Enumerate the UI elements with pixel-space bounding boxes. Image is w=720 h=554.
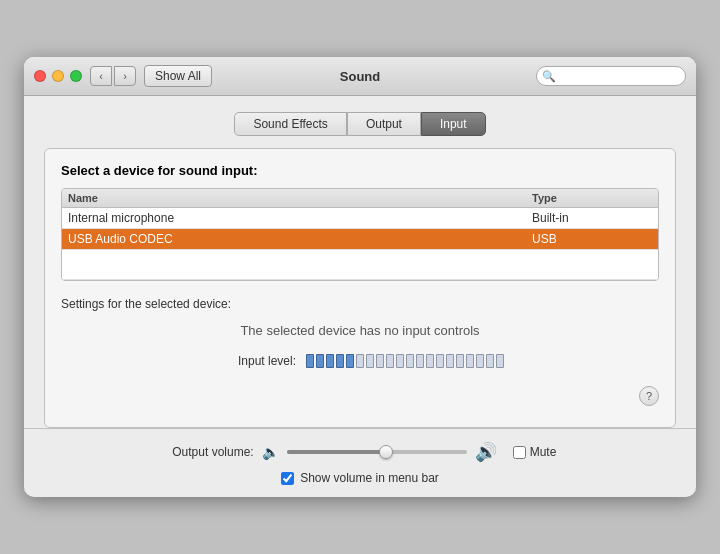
volume-row: Output volume: 🔈 🔊 Mute bbox=[164, 441, 557, 463]
level-bar-2 bbox=[316, 354, 324, 368]
volume-label: Output volume: bbox=[164, 445, 254, 459]
table-row[interactable]: Internal microphone Built-in bbox=[62, 208, 658, 229]
show-volume-label: Show volume in menu bar bbox=[300, 471, 439, 485]
level-indicators bbox=[306, 354, 504, 368]
level-bar-8 bbox=[376, 354, 384, 368]
level-bar-15 bbox=[446, 354, 454, 368]
help-button[interactable]: ? bbox=[639, 386, 659, 406]
level-bar-17 bbox=[466, 354, 474, 368]
device-name: USB Audio CODEC bbox=[68, 232, 532, 246]
tab-sound-effects[interactable]: Sound Effects bbox=[234, 112, 347, 136]
content-area: Sound Effects Output Input Select a devi… bbox=[24, 96, 696, 428]
mute-checkbox[interactable] bbox=[513, 446, 526, 459]
level-bar-6 bbox=[356, 354, 364, 368]
slider-fill bbox=[287, 450, 386, 454]
traffic-lights bbox=[34, 70, 82, 82]
level-bar-12 bbox=[416, 354, 424, 368]
volume-high-icon: 🔊 bbox=[475, 441, 497, 463]
tab-output[interactable]: Output bbox=[347, 112, 421, 136]
level-bar-5 bbox=[346, 354, 354, 368]
volume-slider[interactable] bbox=[287, 450, 467, 454]
menu-bar-row: Show volume in menu bar bbox=[281, 471, 439, 485]
volume-low-icon: 🔈 bbox=[262, 444, 279, 460]
level-bar-13 bbox=[426, 354, 434, 368]
search-input[interactable] bbox=[536, 66, 686, 86]
level-bar-20 bbox=[496, 354, 504, 368]
panel-title: Select a device for sound input: bbox=[61, 163, 659, 178]
sound-window: ‹ › Show All Sound 🔍 Sound Effects Outpu… bbox=[24, 57, 696, 497]
mute-row: Mute bbox=[513, 445, 557, 459]
settings-label: Settings for the selected device: bbox=[61, 297, 659, 311]
level-bar-1 bbox=[306, 354, 314, 368]
search-box: 🔍 bbox=[536, 66, 686, 86]
search-icon: 🔍 bbox=[542, 70, 556, 83]
device-type: Built-in bbox=[532, 211, 652, 225]
close-button[interactable] bbox=[34, 70, 46, 82]
tab-bar: Sound Effects Output Input bbox=[44, 112, 676, 136]
mute-label: Mute bbox=[530, 445, 557, 459]
col-type-header: Type bbox=[532, 192, 652, 204]
input-panel: Select a device for sound input: Name Ty… bbox=[44, 148, 676, 428]
show-all-button[interactable]: Show All bbox=[144, 65, 212, 87]
level-bar-11 bbox=[406, 354, 414, 368]
nav-back-button[interactable]: ‹ bbox=[90, 66, 112, 86]
level-bar-4 bbox=[336, 354, 344, 368]
level-bar-18 bbox=[476, 354, 484, 368]
titlebar: ‹ › Show All Sound 🔍 bbox=[24, 57, 696, 96]
level-bar-16 bbox=[456, 354, 464, 368]
minimize-button[interactable] bbox=[52, 70, 64, 82]
bottom-bar: Output volume: 🔈 🔊 Mute Show volume in m… bbox=[24, 429, 696, 497]
device-table: Name Type Internal microphone Built-in U… bbox=[61, 188, 659, 281]
level-bar-3 bbox=[326, 354, 334, 368]
nav-buttons: ‹ › bbox=[90, 66, 136, 86]
window-title: Sound bbox=[340, 69, 380, 84]
level-bar-9 bbox=[386, 354, 394, 368]
input-level-label: Input level: bbox=[216, 354, 296, 368]
nav-forward-button[interactable]: › bbox=[114, 66, 136, 86]
level-bar-14 bbox=[436, 354, 444, 368]
slider-thumb[interactable] bbox=[379, 445, 393, 459]
table-row[interactable]: USB Audio CODEC USB bbox=[62, 229, 658, 250]
tab-input[interactable]: Input bbox=[421, 112, 486, 136]
no-controls-message: The selected device has no input control… bbox=[61, 323, 659, 338]
level-bar-10 bbox=[396, 354, 404, 368]
device-type: USB bbox=[532, 232, 652, 246]
level-bar-19 bbox=[486, 354, 494, 368]
table-header: Name Type bbox=[62, 189, 658, 208]
input-level-row: Input level: bbox=[61, 354, 659, 368]
table-row-empty bbox=[62, 250, 658, 280]
device-name: Internal microphone bbox=[68, 211, 532, 225]
show-volume-checkbox[interactable] bbox=[281, 472, 294, 485]
level-bar-7 bbox=[366, 354, 374, 368]
col-name-header: Name bbox=[68, 192, 532, 204]
maximize-button[interactable] bbox=[70, 70, 82, 82]
